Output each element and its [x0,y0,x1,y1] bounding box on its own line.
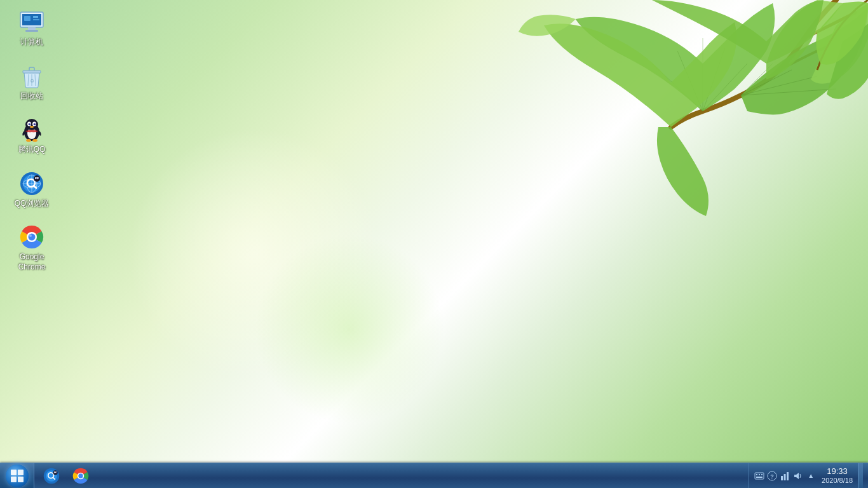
recycle-bin-label: 回收站 [20,92,43,102]
qq-icon[interactable]: 腾讯QQ [6,114,57,158]
computer-icon[interactable]: 计算机 [6,6,57,51]
svg-point-49 [53,470,58,475]
svg-point-40 [29,234,32,237]
svg-rect-8 [23,71,41,73]
taskbar: ? [0,463,868,488]
svg-rect-5 [24,16,31,21]
svg-rect-42 [18,470,24,475]
recycle-bin-icon-image: ♻ [19,64,44,89]
svg-point-53 [56,472,57,473]
svg-rect-57 [756,474,757,475]
desktop: 计算机 ♻ 回收站 [0,0,868,488]
qqbrowser-icon-image [19,171,44,196]
svg-point-18 [29,123,31,126]
svg-rect-3 [25,30,38,32]
tray-expand-arrow[interactable]: ▲ [808,472,814,479]
clock-time: 19:33 [827,466,848,477]
svg-rect-2 [28,27,36,30]
svg-rect-6 [33,16,38,18]
qq-label: 腾讯QQ [18,145,46,155]
chrome-icon[interactable]: Google Chrome [6,221,57,275]
svg-point-21 [34,123,35,124]
svg-point-20 [29,123,30,124]
svg-point-24 [32,139,37,142]
taskbar-qqbrowser[interactable] [37,464,65,488]
svg-rect-56 [755,473,764,479]
computer-label: 计算机 [20,37,43,48]
svg-rect-7 [33,19,39,20]
leaf-decoration [360,0,868,330]
clock-date: 2020/8/18 [822,477,853,485]
svg-point-19 [34,123,36,126]
network-tray-icon[interactable] [780,471,790,481]
svg-rect-58 [759,474,760,475]
svg-rect-65 [787,472,789,480]
svg-text:♻: ♻ [30,78,34,84]
svg-point-52 [55,472,55,473]
svg-rect-44 [18,477,24,482]
qqbrowser-label: QQ浏览器 [15,199,50,209]
svg-point-37 [37,178,39,179]
start-orb [6,464,29,487]
desktop-icons: 计算机 ♻ 回收站 [6,6,57,276]
svg-point-36 [36,178,37,179]
svg-point-39 [29,234,36,241]
svg-rect-64 [784,474,786,480]
show-desktop-button[interactable] [858,463,863,489]
tray-icons: ? [754,471,803,481]
recycle-bin-icon[interactable]: ♻ 回收站 [6,60,57,105]
svg-rect-63 [781,476,783,480]
computer-icon-image [19,10,44,35]
svg-rect-41 [11,470,17,475]
clock-area[interactable]: 19:33 2020/8/18 [817,463,858,489]
qqbrowser-icon[interactable]: QQ浏览器 [6,168,57,212]
start-orb-inner [10,469,24,483]
system-tray: ? [749,463,868,489]
svg-rect-60 [756,477,763,478]
help-tray-icon[interactable]: ? [767,471,777,481]
svg-point-15 [25,119,38,130]
chrome-label-line2: Chrome [18,262,46,273]
qq-icon-image [19,117,44,142]
volume-tray-icon[interactable] [792,471,803,481]
svg-rect-59 [761,474,763,475]
svg-point-55 [78,473,83,478]
svg-text:?: ? [770,473,774,480]
svg-rect-43 [11,477,17,482]
start-button[interactable] [0,463,34,489]
taskbar-pinned-items [37,463,95,489]
chrome-label-line1: Google [20,252,44,262]
taskbar-chrome[interactable] [67,464,95,488]
svg-point-33 [34,175,40,182]
chrome-icon-image [19,224,44,250]
svg-point-22 [30,126,34,128]
svg-point-23 [26,139,31,142]
keyboard-tray-icon[interactable] [754,471,764,481]
